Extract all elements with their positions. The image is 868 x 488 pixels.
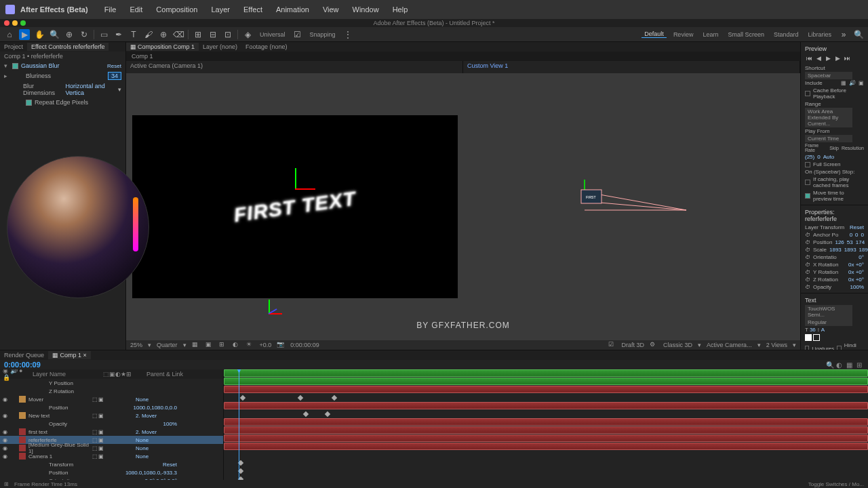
dropdown-icon[interactable]: ▾: [118, 86, 121, 93]
eye-icon[interactable]: ◉: [3, 396, 7, 403]
channel-icon[interactable]: ◐: [233, 341, 241, 349]
menu-edit[interactable]: Edit: [124, 3, 148, 16]
flowchart-icon[interactable]: ▦: [130, 43, 136, 50]
skip-value[interactable]: 0: [817, 154, 820, 160]
prop-value[interactable]: 0x +0°: [848, 269, 864, 275]
close-window-icon[interactable]: [4, 20, 9, 26]
stopwatch-icon[interactable]: ⏱: [805, 269, 810, 275]
axis-view-icon[interactable]: ⊡: [222, 29, 233, 40]
include-video-icon[interactable]: ▦: [841, 80, 846, 86]
stopwatch-icon[interactable]: ⏱: [805, 284, 810, 290]
layer-bar[interactable]: [224, 386, 868, 393]
shy-icon[interactable]: ⬚: [92, 437, 98, 443]
keyframe-icon[interactable]: [298, 395, 303, 401]
layer-color-swatch[interactable]: [19, 445, 26, 451]
eraser-tool-icon[interactable]: ⌫: [173, 29, 184, 40]
parent-dropdown[interactable]: None: [136, 453, 176, 460]
prev-frame-icon[interactable]: ◀: [814, 55, 823, 63]
eye-icon[interactable]: ◉: [3, 453, 7, 460]
shy-icon[interactable]: ⬚: [92, 453, 98, 460]
shy-icon[interactable]: ⬚: [92, 445, 98, 451]
grid-icon[interactable]: ▦: [192, 341, 200, 349]
timeline-layer-row[interactable]: Position1000.0,1080.0,0.0: [0, 403, 223, 411]
timeline-layer-row[interactable]: Z Rotation: [0, 387, 223, 395]
workspace-review[interactable]: Review: [671, 31, 696, 38]
quality-dropdown[interactable]: Quarter: [157, 342, 178, 348]
layer-prop-value[interactable]: Reset: [163, 462, 177, 468]
menu-composition[interactable]: Composition: [151, 3, 203, 16]
dropdown-icon[interactable]: ▾: [148, 342, 151, 348]
track-row[interactable]: [224, 394, 868, 402]
track-row[interactable]: [224, 410, 868, 418]
dropdown-icon[interactable]: ▾: [698, 342, 701, 348]
tl-switch-icon[interactable]: ◐: [836, 361, 842, 369]
layer-bar[interactable]: [224, 426, 868, 434]
timeline-timecode[interactable]: 0:00:00:09: [4, 361, 41, 369]
prop-bluriness-value[interactable]: 34: [108, 72, 121, 80]
tab-comp1[interactable]: ▦ Comp 1 ×: [48, 351, 91, 359]
prop-blur-dimensions-value[interactable]: Horizontal and Vertica: [66, 83, 115, 96]
stop2-checkbox[interactable]: [805, 193, 810, 199]
stopwatch-icon[interactable]: ⏱: [805, 254, 810, 260]
layer-bar[interactable]: [224, 434, 868, 442]
menu-layer[interactable]: Layer: [205, 3, 235, 16]
snapshot-icon[interactable]: 📷: [277, 341, 285, 349]
layer-bar[interactable]: [224, 369, 868, 377]
layer-prop-value[interactable]: 100%: [163, 421, 177, 427]
view-1-label[interactable]: Active Camera (Camera 1): [126, 61, 463, 73]
3d-icon[interactable]: ▣: [98, 396, 104, 403]
timeline-layer-row[interactable]: ◉first text⬚▣2. Mover: [0, 428, 223, 436]
workspace-learn[interactable]: Learn: [700, 31, 721, 38]
font-size-icon[interactable]: T: [805, 327, 808, 333]
gizmo-icon[interactable]: ◈: [242, 29, 253, 40]
stopwatch-icon[interactable]: ⏱: [805, 277, 810, 283]
keyframe-icon[interactable]: [332, 395, 337, 401]
prop-value[interactable]: 174: [856, 239, 865, 245]
timeline-layer-row[interactable]: ◉[Medium Grey-Blue Solid 1]⬚▣None: [0, 444, 223, 452]
timeline-layer-row[interactable]: ◉New text⬚▣2. Mover: [0, 411, 223, 420]
stopwatch-icon[interactable]: ⏱: [805, 239, 810, 245]
timeline-layer-row[interactable]: ◉Camera 1⬚▣None: [0, 452, 223, 460]
exposure-icon[interactable]: ☀: [246, 341, 254, 349]
tl-switch-icon[interactable]: ⊞: [856, 361, 862, 369]
leading-value[interactable]: A: [821, 327, 825, 333]
eye-icon[interactable]: ◉: [3, 413, 7, 419]
rotation-tool-icon[interactable]: ↻: [79, 29, 90, 40]
universal-label[interactable]: Universal: [257, 31, 288, 38]
tab-project[interactable]: Project: [0, 43, 27, 51]
track-row[interactable]: [224, 402, 868, 410]
repeat-edge-checkbox[interactable]: [26, 100, 32, 106]
guides-icon[interactable]: ⊞: [219, 341, 227, 349]
3d-icon[interactable]: ▣: [98, 437, 104, 443]
workspace-libraries[interactable]: Libraries: [805, 31, 834, 38]
shy-icon[interactable]: ⬚: [92, 396, 98, 403]
shape-tool-icon[interactable]: ▭: [98, 29, 109, 40]
prop-value[interactable]: 0: [861, 232, 864, 238]
layer-color-swatch[interactable]: [19, 436, 26, 443]
layer-color-swatch[interactable]: [19, 396, 26, 403]
col-layer-name[interactable]: Layer Name: [33, 371, 100, 378]
tl-opts-icon[interactable]: ⊞: [4, 481, 9, 487]
snapping-label[interactable]: Snapping: [307, 31, 338, 38]
track-row[interactable]: [224, 459, 868, 467]
font-size-value[interactable]: 36: [810, 327, 816, 333]
playhead[interactable]: [239, 369, 239, 480]
prop-value[interactable]: 126: [835, 239, 844, 245]
hand-tool-icon[interactable]: ✋: [34, 29, 45, 40]
layer-color-swatch[interactable]: [19, 412, 26, 419]
parent-dropdown[interactable]: None: [136, 396, 176, 403]
include-audio-icon[interactable]: 🔊: [849, 80, 856, 86]
prop-value[interactable]: 1893: [829, 247, 842, 253]
minimize-window-icon[interactable]: [12, 20, 18, 26]
parent-dropdown[interactable]: 2. Mover: [136, 413, 176, 419]
track-row[interactable]: [224, 434, 868, 443]
tab-composition[interactable]: Composition Comp 1: [138, 43, 195, 50]
tab-footage[interactable]: Footage (none): [241, 43, 292, 51]
viewer-timecode[interactable]: 0:00:00:09: [290, 342, 319, 348]
view-2-label[interactable]: Custom View 1: [463, 61, 800, 73]
toggle-switches-button[interactable]: Toggle Switches / Mo...: [808, 481, 864, 487]
orbit-tool-icon[interactable]: ⊕: [64, 29, 75, 40]
shortcut-dropdown[interactable]: Spacebar: [805, 72, 852, 79]
menu-help[interactable]: Help: [387, 3, 414, 16]
home-icon[interactable]: ⌂: [4, 29, 15, 40]
